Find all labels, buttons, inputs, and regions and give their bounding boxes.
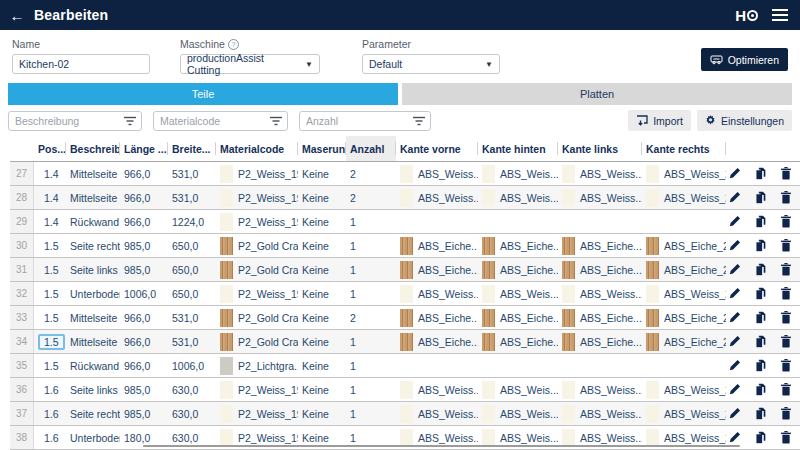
cell-anzahl[interactable]: 1 — [346, 330, 396, 353]
copy-icon[interactable] — [754, 431, 767, 444]
delete-icon[interactable] — [780, 431, 792, 444]
edit-icon[interactable] — [728, 167, 741, 180]
cell-beschreibung[interactable]: Rückwand — [66, 354, 120, 377]
cell-anzahl[interactable]: 2 — [346, 306, 396, 329]
cell-pos[interactable]: 1.6 — [34, 402, 66, 425]
cell-pos[interactable]: 1.5 — [34, 330, 66, 353]
cell-beschreibung[interactable]: Mittelseite — [66, 186, 120, 209]
cell-kante-vorne[interactable]: ABS_Eiche... — [396, 330, 478, 353]
delete-icon[interactable] — [780, 359, 792, 372]
cell-breite[interactable]: 650,0 — [168, 258, 216, 281]
copy-button[interactable] — [754, 167, 767, 180]
cell-kante-rechts[interactable]: ABS_Weiss_2_2 — [642, 282, 726, 305]
name-input[interactable]: Kitchen-02 — [12, 54, 150, 74]
copy-icon[interactable] — [754, 311, 767, 324]
copy-button[interactable] — [754, 431, 767, 444]
column-header-kante-hinten[interactable]: Kante hinten — [478, 136, 558, 161]
cell-laenge[interactable]: 985,0 — [120, 258, 168, 281]
edit-button[interactable] — [728, 215, 741, 228]
cell-kante-vorne[interactable]: ABS_Eiche... — [396, 258, 478, 281]
import-button[interactable]: Import — [628, 110, 691, 131]
cell-kante-vorne[interactable]: ABS_Weiss... — [396, 378, 478, 401]
cell-materialcode[interactable]: P2_Weiss_19 — [216, 162, 298, 185]
cell-kante-hinten[interactable]: ABS_Eiche... — [478, 306, 558, 329]
cell-kante-hinten[interactable]: ABS_Eiche... — [478, 234, 558, 257]
copy-button[interactable] — [754, 359, 767, 372]
cell-kante-rechts[interactable]: ABS_Eiche_2_2 — [642, 234, 726, 257]
horizontal-scrollbar[interactable] — [143, 445, 740, 447]
cell-anzahl[interactable]: 2 — [346, 186, 396, 209]
cell-laenge[interactable]: 985,0 — [120, 402, 168, 425]
delete-icon[interactable] — [780, 263, 792, 276]
cell-kante-links[interactable]: ABS_Weiss... — [558, 162, 642, 185]
cell-maserung[interactable]: Keine — [298, 330, 346, 353]
edit-icon[interactable] — [728, 407, 741, 420]
cell-breite[interactable]: 630,0 — [168, 402, 216, 425]
cell-beschreibung[interactable]: Mittelseite — [66, 306, 120, 329]
cell-kante-rechts[interactable]: ABS_Weiss_2_2 — [642, 402, 726, 425]
column-header-beschreibu-[interactable]: Beschreibu... — [66, 136, 120, 161]
edit-icon[interactable] — [728, 431, 741, 444]
cell-anzahl[interactable]: 1 — [346, 258, 396, 281]
cell-kante-links[interactable]: ABS_Weiss... — [558, 282, 642, 305]
cell-kante-hinten[interactable] — [478, 210, 558, 233]
cell-kante-hinten[interactable]: ABS_Weis... — [478, 402, 558, 425]
cell-anzahl[interactable]: 1 — [346, 354, 396, 377]
filter-icon[interactable] — [413, 116, 425, 126]
delete-button[interactable] — [780, 239, 792, 252]
cell-anzahl[interactable]: 1 — [346, 282, 396, 305]
cell-laenge[interactable]: 966,0 — [120, 330, 168, 353]
cell-kante-links[interactable]: ABS_Eiche... — [558, 330, 642, 353]
tab-teile[interactable]: Teile — [8, 83, 398, 105]
copy-button[interactable] — [754, 383, 767, 396]
cell-kante-rechts[interactable]: ABS_Eiche_2_2 — [642, 306, 726, 329]
cell-pos[interactable]: 1.5 — [34, 354, 66, 377]
copy-button[interactable] — [754, 239, 767, 252]
cell-anzahl[interactable]: 1 — [346, 378, 396, 401]
cell-beschreibung[interactable]: Seite rechts — [66, 234, 120, 257]
edit-icon[interactable] — [728, 287, 741, 300]
cell-kante-rechts[interactable] — [642, 210, 726, 233]
delete-button[interactable] — [780, 167, 792, 180]
cell-pos[interactable]: 1.5 — [34, 234, 66, 257]
cell-breite[interactable]: 531,0 — [168, 330, 216, 353]
cell-laenge[interactable]: 966,0 — [120, 354, 168, 377]
cell-kante-vorne[interactable]: ABS_Weiss... — [396, 402, 478, 425]
cell-pos[interactable]: 1.6 — [34, 426, 66, 449]
delete-icon[interactable] — [780, 167, 792, 180]
cell-laenge[interactable]: 985,0 — [120, 234, 168, 257]
back-button[interactable]: ← — [0, 7, 34, 24]
edit-button[interactable] — [728, 167, 741, 180]
cell-pos[interactable]: 1.4 — [34, 186, 66, 209]
cell-kante-links[interactable]: ABS_Eiche... — [558, 234, 642, 257]
cell-kante-hinten[interactable]: ABS_Eiche... — [478, 258, 558, 281]
column-header-pos-[interactable]: Pos... — [34, 136, 66, 161]
cell-beschreibung[interactable]: Mittelseite — [66, 330, 120, 353]
cell-kante-rechts[interactable]: ABS_Weiss_2_2 — [642, 162, 726, 185]
cell-materialcode[interactable]: P2_Weiss_19 — [216, 282, 298, 305]
copy-button[interactable] — [754, 215, 767, 228]
cell-kante-rechts[interactable]: ABS_Weiss_2_2 — [642, 186, 726, 209]
cell-anzahl[interactable]: 2 — [346, 162, 396, 185]
cell-materialcode[interactable]: P2_Gold Cra... — [216, 234, 298, 257]
cell-materialcode[interactable]: P2_Weiss_19 — [216, 210, 298, 233]
cell-kante-hinten[interactable]: ABS_Weis... — [478, 282, 558, 305]
delete-button[interactable] — [780, 287, 792, 300]
delete-icon[interactable] — [780, 335, 792, 348]
cell-anzahl[interactable]: 1 — [346, 402, 396, 425]
cell-kante-links[interactable]: ABS_Eiche... — [558, 258, 642, 281]
cell-kante-vorne[interactable]: ABS_Weiss... — [396, 186, 478, 209]
cell-pos[interactable]: 1.6 — [34, 378, 66, 401]
cell-kante-vorne[interactable] — [396, 354, 478, 377]
copy-icon[interactable] — [754, 215, 767, 228]
cell-beschreibung[interactable]: Unterboden — [66, 426, 120, 449]
copy-icon[interactable] — [754, 359, 767, 372]
cell-maserung[interactable]: Keine — [298, 258, 346, 281]
cell-kante-hinten[interactable]: ABS_Eiche... — [478, 330, 558, 353]
cell-materialcode[interactable]: P2_Lichtgra... — [216, 354, 298, 377]
delete-button[interactable] — [780, 263, 792, 276]
cell-materialcode[interactable]: P2_Weiss_19 — [216, 186, 298, 209]
edit-button[interactable] — [728, 383, 741, 396]
edit-icon[interactable] — [728, 383, 741, 396]
edit-icon[interactable] — [728, 215, 741, 228]
